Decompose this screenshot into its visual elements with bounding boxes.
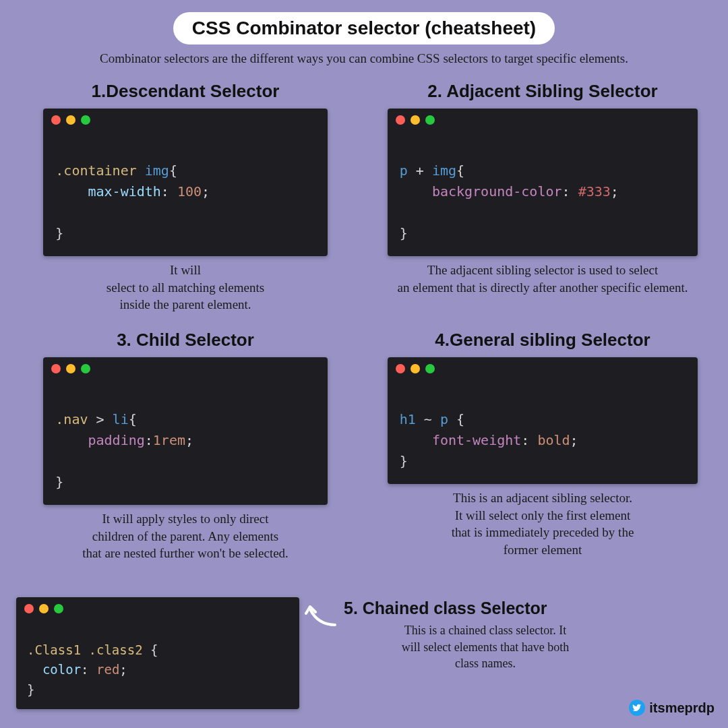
token-value: 100 xyxy=(177,183,202,200)
close-icon xyxy=(51,364,61,373)
code-window: h1 ~ p { font-weight: bold; } xyxy=(388,357,698,484)
close-icon xyxy=(396,115,405,125)
minimize-icon xyxy=(39,604,49,613)
section-title: 3. Child Selector xyxy=(20,330,351,351)
token-prop: color xyxy=(42,662,81,677)
section-title: 4.General sibling Selector xyxy=(377,330,708,351)
twitter-icon xyxy=(629,700,645,716)
window-traffic-lights xyxy=(388,357,698,373)
token-op: > xyxy=(96,411,104,427)
maximize-icon xyxy=(81,115,90,125)
section-desc: This is an adjacent sibling selector. It… xyxy=(377,489,708,559)
code-window: p + img{ background-color: #333; } xyxy=(388,109,698,256)
token-semi: ; xyxy=(185,432,193,448)
maximize-icon xyxy=(81,364,90,373)
arrow-icon xyxy=(305,601,338,631)
sections-grid: 1.Descendant Selector .container img{ ma… xyxy=(0,75,728,569)
section-title: 2. Adjacent Sibling Selector xyxy=(377,81,708,102)
code-block: .container img{ max-width: 100; } xyxy=(43,125,327,256)
close-icon xyxy=(396,364,405,373)
code-window: .Class1 .class2 { color: red; } xyxy=(16,597,299,709)
token-brace: } xyxy=(400,453,408,469)
token-brace: } xyxy=(55,225,63,241)
token-semi: ; xyxy=(119,662,127,677)
token-op: ~ xyxy=(424,411,432,427)
token-tag: li xyxy=(113,411,129,427)
token-value: #333 xyxy=(578,183,611,200)
credit-badge: itsmeprdp xyxy=(629,700,715,716)
token-brace: } xyxy=(55,474,63,490)
token-tag: img xyxy=(432,162,456,179)
page-subtitle: Combinator selectors are the different w… xyxy=(0,51,728,66)
token-class: .nav xyxy=(55,411,88,427)
minimize-icon xyxy=(66,115,75,125)
token-tag: h1 xyxy=(400,411,416,427)
code-block: .Class1 .class2 { color: red; } xyxy=(16,613,299,709)
token-colon: : xyxy=(145,432,153,448)
section-desc: The adjacent sibling selector is used to… xyxy=(377,262,708,296)
token-value: 1rem xyxy=(153,432,185,448)
code-window: .container img{ max-width: 100; } xyxy=(43,109,327,256)
token-prop: background-color xyxy=(432,183,562,200)
token-prop: font-weight xyxy=(432,432,521,448)
token-brace: { xyxy=(150,642,158,657)
token-value: red xyxy=(96,662,119,677)
minimize-icon xyxy=(411,115,420,125)
code-block: p + img{ background-color: #333; } xyxy=(388,125,698,256)
token-brace: { xyxy=(456,411,464,427)
token-class: .class2 xyxy=(89,642,143,657)
section-desc: It will apply styles to only direct chil… xyxy=(20,510,351,562)
section-title: 5. Chained class Selector xyxy=(344,599,627,618)
close-icon xyxy=(51,115,61,125)
token-brace: } xyxy=(400,225,408,241)
section-desc: It will select to all matching elements … xyxy=(20,262,351,313)
page-title: CSS Combinator selector (cheatsheet) xyxy=(173,12,555,44)
section-descendant: 1.Descendant Selector .container img{ ma… xyxy=(20,75,351,320)
token-prop: max-width xyxy=(88,183,160,200)
token-brace: { xyxy=(129,411,137,427)
token-brace: { xyxy=(456,162,464,179)
token-prop: padding xyxy=(88,432,144,448)
token-tag: p xyxy=(400,162,408,179)
section-title: 1.Descendant Selector xyxy=(20,81,351,102)
section-child: 3. Child Selector .nav > li{ padding:1re… xyxy=(20,324,351,569)
code-block: h1 ~ p { font-weight: bold; } xyxy=(388,373,698,484)
credit-handle: itsmeprdp xyxy=(649,700,715,716)
section-chained-class: .Class1 .class2 { color: red; } 5. Chain… xyxy=(8,597,627,715)
maximize-icon xyxy=(54,604,63,613)
minimize-icon xyxy=(411,364,420,373)
token-op: + xyxy=(416,162,424,179)
token-colon: : xyxy=(161,183,169,200)
token-value: bold xyxy=(537,432,570,448)
window-traffic-lights xyxy=(43,357,327,373)
token-class: .container xyxy=(55,162,136,179)
code-block: .nav > li{ padding:1rem; } xyxy=(43,373,327,505)
token-colon: : xyxy=(521,432,529,448)
token-colon: : xyxy=(81,662,88,677)
section-adjacent-sibling: 2. Adjacent Sibling Selector p + img{ ba… xyxy=(377,75,708,320)
window-traffic-lights xyxy=(43,109,327,125)
token-brace: } xyxy=(27,682,34,697)
token-colon: : xyxy=(562,183,570,200)
window-traffic-lights xyxy=(16,597,299,613)
window-traffic-lights xyxy=(388,109,698,125)
token-tag: p xyxy=(440,411,448,427)
token-tag: img xyxy=(145,162,169,179)
close-icon xyxy=(24,604,34,613)
token-brace: { xyxy=(169,162,177,179)
token-semi: ; xyxy=(202,183,210,200)
maximize-icon xyxy=(425,364,435,373)
code-window: .nav > li{ padding:1rem; } xyxy=(43,357,327,505)
token-class: .Class1 xyxy=(27,642,81,657)
section-desc: This is a chained class selector. It wil… xyxy=(344,622,627,671)
minimize-icon xyxy=(66,364,75,373)
section-general-sibling: 4.General sibling Selector h1 ~ p { font… xyxy=(377,324,708,569)
token-semi: ; xyxy=(570,432,578,448)
token-semi: ; xyxy=(611,183,619,200)
maximize-icon xyxy=(425,115,435,125)
